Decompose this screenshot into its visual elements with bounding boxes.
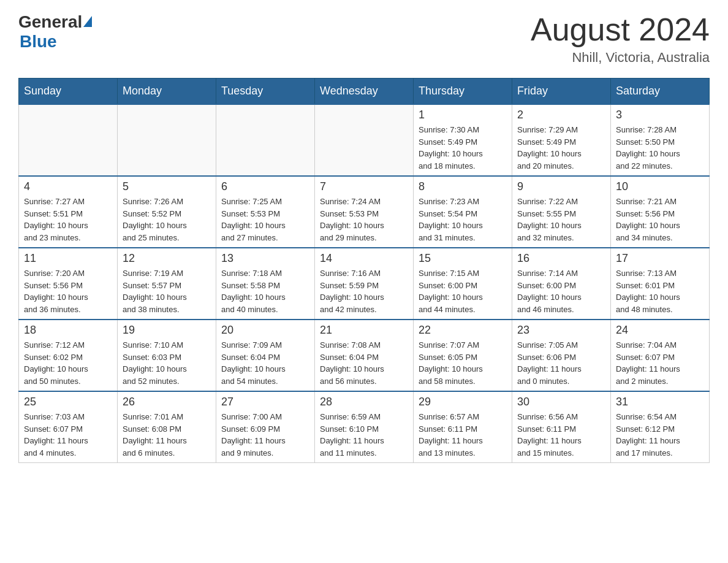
week-row-2: 4Sunrise: 7:27 AM Sunset: 5:51 PM Daylig… bbox=[19, 176, 710, 248]
day-info: Sunrise: 7:04 AM Sunset: 6:07 PM Dayligh… bbox=[616, 339, 704, 387]
day-cell: 12Sunrise: 7:19 AM Sunset: 5:57 PM Dayli… bbox=[118, 248, 216, 320]
day-number: 14 bbox=[320, 252, 408, 265]
day-info: Sunrise: 7:12 AM Sunset: 6:02 PM Dayligh… bbox=[24, 339, 112, 387]
day-info: Sunrise: 7:18 AM Sunset: 5:58 PM Dayligh… bbox=[221, 267, 309, 315]
logo-blue-text: Blue bbox=[20, 32, 57, 51]
header-tuesday: Tuesday bbox=[216, 79, 315, 105]
day-info: Sunrise: 7:25 AM Sunset: 5:53 PM Dayligh… bbox=[221, 196, 309, 243]
day-info: Sunrise: 6:54 AM Sunset: 6:12 PM Dayligh… bbox=[616, 411, 704, 459]
location: Nhill, Victoria, Australia bbox=[531, 50, 710, 66]
day-number: 24 bbox=[616, 324, 704, 337]
header-sunday: Sunday bbox=[19, 79, 118, 105]
day-info: Sunrise: 7:03 AM Sunset: 6:07 PM Dayligh… bbox=[24, 411, 112, 459]
day-cell: 13Sunrise: 7:18 AM Sunset: 5:58 PM Dayli… bbox=[216, 248, 315, 320]
day-info: Sunrise: 7:28 AM Sunset: 5:50 PM Dayligh… bbox=[616, 124, 704, 172]
day-cell: 22Sunrise: 7:07 AM Sunset: 6:05 PM Dayli… bbox=[414, 320, 512, 391]
day-cell: 14Sunrise: 7:16 AM Sunset: 5:59 PM Dayli… bbox=[315, 248, 414, 320]
day-cell: 6Sunrise: 7:25 AM Sunset: 5:53 PM Daylig… bbox=[216, 176, 315, 248]
day-info: Sunrise: 7:01 AM Sunset: 6:08 PM Dayligh… bbox=[123, 411, 211, 459]
day-number: 3 bbox=[616, 109, 704, 121]
day-number: 31 bbox=[616, 396, 704, 408]
day-cell: 4Sunrise: 7:27 AM Sunset: 5:51 PM Daylig… bbox=[19, 176, 118, 248]
week-row-3: 11Sunrise: 7:20 AM Sunset: 5:56 PM Dayli… bbox=[19, 248, 710, 320]
day-number: 28 bbox=[320, 396, 408, 408]
day-info: Sunrise: 7:30 AM Sunset: 5:49 PM Dayligh… bbox=[419, 124, 507, 172]
day-cell: 7Sunrise: 7:24 AM Sunset: 5:53 PM Daylig… bbox=[315, 176, 414, 248]
day-cell bbox=[216, 104, 315, 176]
calendar-header-row: Sunday Monday Tuesday Wednesday Thursday… bbox=[19, 79, 710, 105]
day-info: Sunrise: 6:57 AM Sunset: 6:11 PM Dayligh… bbox=[419, 411, 507, 459]
day-number: 25 bbox=[24, 396, 112, 408]
day-info: Sunrise: 7:16 AM Sunset: 5:59 PM Dayligh… bbox=[320, 267, 408, 315]
day-info: Sunrise: 7:21 AM Sunset: 5:56 PM Dayligh… bbox=[616, 196, 704, 243]
day-number: 9 bbox=[517, 180, 605, 193]
day-number: 26 bbox=[123, 396, 211, 408]
day-cell: 28Sunrise: 6:59 AM Sunset: 6:10 PM Dayli… bbox=[315, 391, 414, 463]
day-number: 12 bbox=[123, 252, 211, 265]
day-number: 17 bbox=[616, 252, 704, 265]
day-cell bbox=[315, 104, 414, 176]
day-info: Sunrise: 7:20 AM Sunset: 5:56 PM Dayligh… bbox=[24, 267, 112, 315]
day-info: Sunrise: 7:07 AM Sunset: 6:05 PM Dayligh… bbox=[419, 339, 507, 387]
day-info: Sunrise: 6:56 AM Sunset: 6:11 PM Dayligh… bbox=[517, 411, 605, 459]
day-number: 19 bbox=[123, 324, 211, 337]
header: General Blue August 2024 Nhill, Victoria… bbox=[18, 12, 710, 66]
day-number: 22 bbox=[419, 324, 507, 337]
day-info: Sunrise: 7:29 AM Sunset: 5:49 PM Dayligh… bbox=[517, 124, 605, 172]
day-number: 29 bbox=[419, 396, 507, 408]
day-cell: 21Sunrise: 7:08 AM Sunset: 6:04 PM Dayli… bbox=[315, 320, 414, 391]
day-info: Sunrise: 7:00 AM Sunset: 6:09 PM Dayligh… bbox=[221, 411, 309, 459]
day-number: 16 bbox=[517, 252, 605, 265]
calendar: Sunday Monday Tuesday Wednesday Thursday… bbox=[18, 78, 710, 463]
header-saturday: Saturday bbox=[611, 79, 710, 105]
day-cell: 25Sunrise: 7:03 AM Sunset: 6:07 PM Dayli… bbox=[19, 391, 118, 463]
day-info: Sunrise: 7:09 AM Sunset: 6:04 PM Dayligh… bbox=[221, 339, 309, 387]
day-cell: 31Sunrise: 6:54 AM Sunset: 6:12 PM Dayli… bbox=[611, 391, 710, 463]
day-number: 2 bbox=[517, 109, 605, 121]
day-number: 13 bbox=[221, 252, 309, 265]
day-info: Sunrise: 7:13 AM Sunset: 6:01 PM Dayligh… bbox=[616, 267, 704, 315]
day-number: 20 bbox=[221, 324, 309, 337]
day-number: 8 bbox=[419, 180, 507, 193]
day-cell: 1Sunrise: 7:30 AM Sunset: 5:49 PM Daylig… bbox=[414, 104, 512, 176]
week-row-5: 25Sunrise: 7:03 AM Sunset: 6:07 PM Dayli… bbox=[19, 391, 710, 463]
day-cell: 30Sunrise: 6:56 AM Sunset: 6:11 PM Dayli… bbox=[512, 391, 611, 463]
day-cell: 8Sunrise: 7:23 AM Sunset: 5:54 PM Daylig… bbox=[414, 176, 512, 248]
header-friday: Friday bbox=[512, 79, 611, 105]
day-number: 15 bbox=[419, 252, 507, 265]
day-cell: 20Sunrise: 7:09 AM Sunset: 6:04 PM Dayli… bbox=[216, 320, 315, 391]
day-number: 23 bbox=[517, 324, 605, 337]
day-info: Sunrise: 7:22 AM Sunset: 5:55 PM Dayligh… bbox=[517, 196, 605, 243]
title-area: August 2024 Nhill, Victoria, Australia bbox=[531, 12, 710, 66]
week-row-4: 18Sunrise: 7:12 AM Sunset: 6:02 PM Dayli… bbox=[19, 320, 710, 391]
day-number: 11 bbox=[24, 252, 112, 265]
day-number: 10 bbox=[616, 180, 704, 193]
header-wednesday: Wednesday bbox=[315, 79, 414, 105]
day-number: 7 bbox=[320, 180, 408, 193]
day-cell: 16Sunrise: 7:14 AM Sunset: 6:00 PM Dayli… bbox=[512, 248, 611, 320]
day-info: Sunrise: 7:23 AM Sunset: 5:54 PM Dayligh… bbox=[419, 196, 507, 243]
header-thursday: Thursday bbox=[414, 79, 512, 105]
day-cell: 29Sunrise: 6:57 AM Sunset: 6:11 PM Dayli… bbox=[414, 391, 512, 463]
day-cell: 5Sunrise: 7:26 AM Sunset: 5:52 PM Daylig… bbox=[118, 176, 216, 248]
day-cell: 11Sunrise: 7:20 AM Sunset: 5:56 PM Dayli… bbox=[19, 248, 118, 320]
day-info: Sunrise: 7:15 AM Sunset: 6:00 PM Dayligh… bbox=[419, 267, 507, 315]
day-cell: 10Sunrise: 7:21 AM Sunset: 5:56 PM Dayli… bbox=[611, 176, 710, 248]
day-cell: 18Sunrise: 7:12 AM Sunset: 6:02 PM Dayli… bbox=[19, 320, 118, 391]
day-number: 6 bbox=[221, 180, 309, 193]
day-number: 30 bbox=[517, 396, 605, 408]
logo-general-text: General bbox=[18, 12, 82, 32]
day-cell: 26Sunrise: 7:01 AM Sunset: 6:08 PM Dayli… bbox=[118, 391, 216, 463]
logo-triangle-icon bbox=[83, 16, 92, 27]
day-number: 18 bbox=[24, 324, 112, 337]
day-number: 27 bbox=[221, 396, 309, 408]
day-info: Sunrise: 7:24 AM Sunset: 5:53 PM Dayligh… bbox=[320, 196, 408, 243]
day-info: Sunrise: 7:14 AM Sunset: 6:00 PM Dayligh… bbox=[517, 267, 605, 315]
week-row-1: 1Sunrise: 7:30 AM Sunset: 5:49 PM Daylig… bbox=[19, 104, 710, 176]
day-number: 1 bbox=[419, 109, 507, 121]
day-cell: 27Sunrise: 7:00 AM Sunset: 6:09 PM Dayli… bbox=[216, 391, 315, 463]
day-cell: 3Sunrise: 7:28 AM Sunset: 5:50 PM Daylig… bbox=[611, 104, 710, 176]
day-cell: 19Sunrise: 7:10 AM Sunset: 6:03 PM Dayli… bbox=[118, 320, 216, 391]
day-info: Sunrise: 6:59 AM Sunset: 6:10 PM Dayligh… bbox=[320, 411, 408, 459]
day-info: Sunrise: 7:08 AM Sunset: 6:04 PM Dayligh… bbox=[320, 339, 408, 387]
